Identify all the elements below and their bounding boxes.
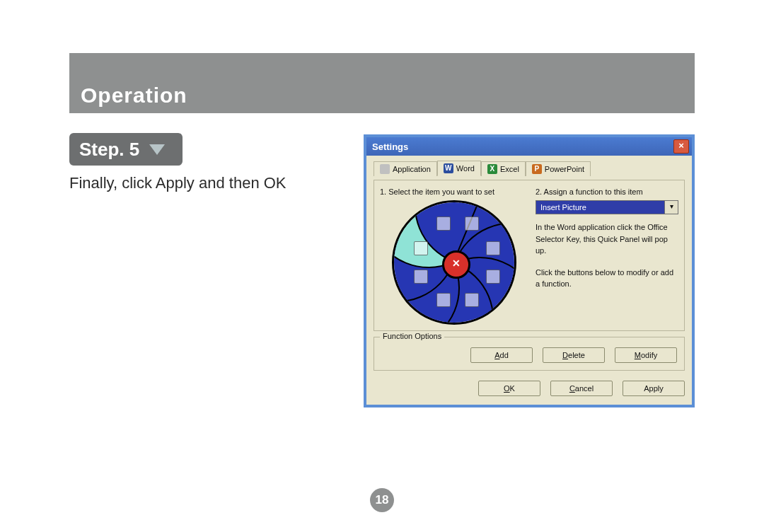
assign-function-label: 2. Assign a function to this item [536,187,678,196]
page-number: 18 [370,488,394,512]
tab-excel[interactable]: X Excel [481,161,526,176]
help-text-2: Click the buttons below to modify or add… [536,267,678,290]
function-options-group: Function Options Add Delete Modify [374,337,685,371]
instruction-text: Finally, click Apply and then OK [69,174,286,192]
dialog-titlebar[interactable]: Settings × [366,137,692,156]
button-label-rest: dd [500,351,509,359]
tab-label: Word [456,164,475,173]
wheel-hub-close-icon[interactable]: ✕ [442,250,470,279]
apply-button[interactable]: Apply [623,381,685,396]
segment-icon[interactable] [436,293,451,307]
section-title: Operation [81,83,187,108]
apply-label: Apply [644,384,664,393]
powerpoint-icon: P [532,164,542,174]
close-icon[interactable]: × [673,139,689,154]
dropdown-value: Insert Picture [536,200,665,214]
ok-button[interactable]: OK [478,381,540,396]
group-legend: Function Options [380,332,444,340]
delete-button[interactable]: Delete [543,347,605,363]
segment-icon[interactable] [414,241,428,255]
tab-label: Excel [500,165,519,173]
excel-icon: X [487,164,497,174]
chevron-down-icon[interactable]: ▾ [665,200,678,214]
segment-icon[interactable] [465,216,479,231]
segment-icon[interactable] [465,293,479,307]
segment-icon[interactable] [486,241,500,255]
add-button[interactable]: Add [470,347,533,363]
step-label: Step. 5 [79,139,139,161]
quick-panel-wheel[interactable]: ✕ [392,200,516,325]
tab-label: Application [393,165,431,173]
word-icon: W [444,163,453,173]
tab-powerpoint[interactable]: P PowerPoint [526,161,591,176]
tab-word[interactable]: W Word [437,161,481,176]
step-badge: Step. 5 [69,133,183,166]
section-header: Operation [69,53,695,113]
tab-label: PowerPoint [545,165,584,173]
dialog-title: Settings [372,141,408,152]
tab-bar: Application W Word X Excel P PowerPoint [374,160,685,175]
cancel-button[interactable]: Cancel [550,381,613,396]
modify-button[interactable]: Modify [615,347,677,363]
select-item-label: 1. Select the item you want to set [380,187,528,196]
tab-application[interactable]: Application [374,161,437,176]
chevron-down-icon [149,144,165,155]
segment-icon[interactable] [486,270,500,284]
application-icon [380,164,390,174]
help-text-1: In the Word application click the Office… [536,221,678,257]
segment-icon[interactable] [436,216,451,231]
function-dropdown[interactable]: Insert Picture ▾ [536,200,678,214]
settings-dialog: Settings × Application W Word X Excel P [364,134,695,407]
segment-icon[interactable] [414,270,428,284]
